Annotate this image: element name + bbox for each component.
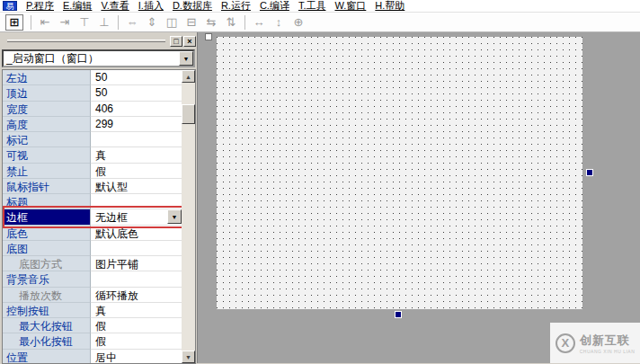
property-value[interactable]: 循环播放: [91, 288, 182, 303]
menu-view[interactable]: V.查看: [101, 0, 129, 13]
align-tops-icon[interactable]: ⊤: [75, 14, 94, 31]
property-value[interactable]: [91, 241, 182, 256]
property-row-title[interactable]: 标题: [3, 194, 182, 209]
property-label: 底图: [3, 241, 91, 256]
property-label: 背景音乐: [3, 271, 91, 287]
property-label: 顶边: [3, 85, 91, 101]
menu-window[interactable]: W.窗口: [334, 0, 366, 13]
watermark-logo-icon: X: [556, 333, 575, 353]
property-row-control-buttons[interactable]: 控制按钮 真: [3, 303, 182, 318]
property-label: 标题: [3, 194, 91, 209]
property-label: 位置: [3, 350, 91, 364]
watermark-en-text: CHUANG XIN HU LIAN: [580, 349, 636, 354]
property-value[interactable]: [91, 194, 182, 209]
property-row-top[interactable]: 顶边 50: [3, 85, 182, 101]
resize-handle-top-left[interactable]: [205, 33, 212, 40]
object-selector-combobox[interactable]: _启动窗口（窗口） ▼: [2, 49, 195, 67]
property-row-border-selected[interactable]: 边框 无边框 ▼: [3, 209, 182, 225]
window-center-vertical-icon[interactable]: ⊟: [182, 14, 201, 31]
form-designer-icon[interactable]: ⊞: [5, 14, 23, 31]
center-horizontally-icon[interactable]: ⇔: [122, 14, 142, 31]
property-value[interactable]: [91, 271, 182, 287]
property-value[interactable]: 299: [91, 117, 182, 132]
menu-edit[interactable]: E.编辑: [63, 0, 92, 13]
property-row-backcolor[interactable]: 底色 默认底色: [3, 226, 182, 241]
toolbar-separator: [31, 15, 31, 30]
form-design-surface[interactable]: [217, 37, 582, 309]
toolbar-separator: [244, 15, 245, 30]
chevron-down-icon[interactable]: ▼: [167, 209, 182, 224]
menu-program[interactable]: P.程序: [26, 0, 54, 13]
form-designer-canvas[interactable]: X 创新互联 CHUANG XIN HU LIAN: [198, 32, 640, 363]
property-row-backimage[interactable]: 底图: [3, 241, 182, 256]
same-width-icon[interactable]: ↔: [249, 14, 269, 31]
watermark-cn-text: 创新互联: [580, 333, 636, 349]
property-label: 左边: [3, 70, 91, 85]
resize-handle-right[interactable]: [586, 169, 593, 176]
property-value[interactable]: 406: [91, 102, 182, 117]
property-value[interactable]: 无边框 ▼: [91, 209, 182, 225]
same-size-icon[interactable]: ⊕: [289, 14, 308, 31]
property-row-disabled[interactable]: 禁止 假: [3, 164, 182, 179]
object-selector-value: _启动窗口（窗口）: [4, 51, 179, 67]
property-value[interactable]: 图片平铺: [91, 256, 182, 271]
property-row-visible[interactable]: 可视 真: [3, 147, 182, 163]
equal-horizontal-spacing-icon[interactable]: ⇆: [201, 14, 221, 31]
property-value[interactable]: 真: [91, 147, 182, 163]
property-row-play-count[interactable]: 播放次数 循环播放: [3, 288, 182, 303]
align-lefts-icon[interactable]: ⇤: [35, 14, 55, 31]
property-label: 禁止: [3, 164, 91, 179]
property-row-bgmusic[interactable]: 背景音乐: [3, 271, 182, 287]
property-label: 高度: [3, 117, 91, 132]
property-grid: 左边 50 顶边 50 宽度 406 高度 299 标记 可视 真: [2, 69, 196, 364]
property-grid-scrollbar[interactable]: ▲ ▼: [182, 70, 195, 363]
alignment-toolbar: ⊞ ⇤ ⇥ ⊤ ⊥ ⇔ ⇕ ◫ ⊟ ⇆ ⇅ ↔ ↕ ⊕: [0, 13, 640, 32]
property-label: 播放次数: [3, 288, 91, 303]
property-row-height[interactable]: 高度 299: [3, 117, 182, 132]
property-row-minimize-button[interactable]: 最小化按钮 假: [3, 333, 182, 349]
property-row-maximize-button[interactable]: 最大化按钮 假: [3, 318, 182, 333]
dock-grip[interactable]: [7, 40, 165, 42]
menu-help[interactable]: H.帮助: [375, 0, 404, 13]
same-height-icon[interactable]: ↕: [269, 14, 289, 31]
panel-close-button[interactable]: ×: [183, 36, 196, 47]
property-value[interactable]: 假: [91, 318, 182, 333]
chevron-down-icon[interactable]: ▼: [179, 51, 193, 66]
menu-tools[interactable]: T.工具: [298, 0, 326, 13]
scroll-up-icon[interactable]: ▲: [182, 70, 195, 83]
property-value[interactable]: 假: [91, 333, 182, 349]
property-value[interactable]: 默认型: [91, 179, 182, 194]
property-value[interactable]: 假: [91, 164, 182, 179]
property-value[interactable]: [91, 132, 182, 147]
scroll-down-icon[interactable]: ▼: [182, 351, 195, 363]
panel-restore-button[interactable]: □: [170, 36, 182, 47]
property-row-position[interactable]: 位置 居中: [3, 350, 182, 364]
menu-compile[interactable]: C.编译: [260, 0, 289, 13]
align-rights-icon[interactable]: ⇥: [55, 14, 75, 31]
property-row-left[interactable]: 左边 50: [3, 70, 182, 85]
menu-insert[interactable]: I.插入: [138, 0, 164, 13]
menu-run[interactable]: R.运行: [221, 0, 251, 13]
property-value[interactable]: 真: [91, 303, 182, 318]
resize-handle-bottom[interactable]: [395, 311, 402, 318]
property-label: 鼠标指针: [3, 179, 91, 194]
property-label: 标记: [3, 132, 91, 147]
property-row-cursor[interactable]: 鼠标指针 默认型: [3, 179, 182, 194]
property-label: 最大化按钮: [3, 318, 91, 333]
property-row-backimage-mode[interactable]: 底图方式 图片平铺: [3, 256, 182, 271]
equal-vertical-spacing-icon[interactable]: ⇅: [221, 14, 241, 31]
property-value[interactable]: 默认底色: [91, 226, 182, 241]
panel-dock-bar[interactable]: □ ×: [2, 34, 196, 48]
property-value[interactable]: 50: [91, 85, 182, 101]
app-logo-icon: 易: [3, 1, 17, 11]
window-center-horizontal-icon[interactable]: ◫: [162, 14, 182, 31]
align-bottoms-icon[interactable]: ⊥: [94, 14, 114, 31]
property-value[interactable]: 居中: [91, 350, 182, 364]
menu-database[interactable]: D.数据库: [173, 0, 212, 13]
scrollbar-thumb[interactable]: [182, 104, 195, 124]
property-row-width[interactable]: 宽度 406: [3, 102, 182, 117]
property-row-tag[interactable]: 标记: [3, 132, 182, 147]
center-vertically-icon[interactable]: ⇕: [142, 14, 162, 31]
property-value[interactable]: 50: [91, 70, 182, 85]
property-label: 底色: [3, 226, 91, 241]
